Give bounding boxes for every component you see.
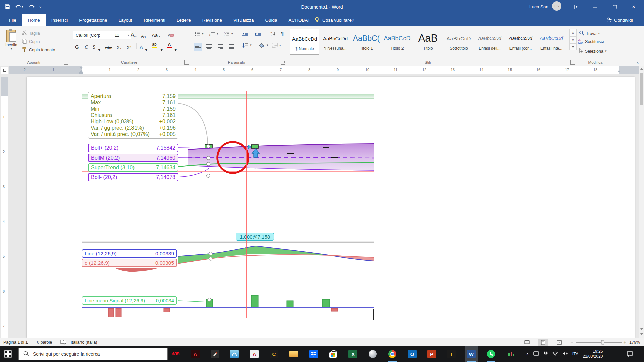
tab-revisione[interactable]: Revisione [197, 14, 228, 26]
avatar[interactable]: LS [552, 1, 561, 11]
font-color-button[interactable]: A [167, 42, 172, 49]
shading-button[interactable]: ▾ [259, 43, 268, 48]
taskbar-autocad-icon[interactable]: A [248, 346, 261, 362]
taskbar-archicad-icon[interactable] [228, 346, 241, 362]
clipboard-dialog-launcher-icon[interactable] [64, 60, 68, 65]
font-family-select[interactable]: Calibri (Corp˅ [73, 31, 115, 39]
taskbar-excel-icon[interactable]: X [346, 346, 360, 362]
subscript-button[interactable]: X₂ [117, 43, 121, 50]
font-color-dropdown[interactable]: ▾ [174, 45, 177, 52]
tell-me-box[interactable]: Cosa vuoi fare? [315, 14, 354, 26]
start-button[interactable] [4, 350, 12, 359]
taskbar-abb-icon[interactable]: ABB [169, 346, 182, 362]
styles-gallery-more[interactable]: ▾ [569, 43, 577, 50]
style-titolo-2[interactable]: AaBbCcD Titolo 2 [382, 29, 412, 55]
paste-button[interactable]: Incolla ▾ [3, 28, 20, 59]
tab-layout[interactable]: Layout [113, 14, 138, 26]
hidden-icons-chevron[interactable]: ∧ [526, 352, 529, 356]
taskbar-sphere-icon[interactable] [366, 346, 379, 362]
font-size-select[interactable]: 11˅ [112, 31, 131, 39]
underline-button[interactable]: S [93, 43, 95, 50]
bold-button[interactable]: G [75, 43, 79, 50]
show-paragraph-marks-button[interactable]: ¶ [281, 31, 284, 37]
select-button[interactable]: Seleziona▾ [579, 48, 606, 54]
dropbox-tray-icon[interactable] [543, 351, 548, 357]
taskbar-file-explorer-icon[interactable] [287, 346, 301, 362]
taskbar-ms-store-icon[interactable] [326, 346, 340, 362]
justify-button[interactable] [228, 43, 235, 51]
style-titolo[interactable]: AaB Titolo [413, 29, 443, 55]
bullets-button[interactable]: ▾ [195, 31, 204, 36]
taskbar-trading-app-icon[interactable] [504, 346, 518, 362]
clear-formatting-button[interactable]: A [168, 31, 174, 38]
taskbar-powerpoint-icon[interactable]: P [425, 346, 438, 362]
underline-dropdown[interactable]: ▾ [98, 45, 101, 52]
minimize-button[interactable] [587, 0, 603, 14]
sort-button[interactable]: AZ [270, 31, 276, 36]
styles-dialog-launcher-icon[interactable] [570, 60, 575, 65]
zoom-level[interactable]: 179% [629, 338, 640, 346]
print-layout-button[interactable] [538, 339, 548, 346]
zoom-out-button[interactable]: − [570, 338, 573, 346]
taskbar-pen-tool-icon[interactable] [208, 346, 222, 362]
text-effects-dropdown[interactable]: ▾ [145, 45, 148, 52]
tablet-mode-icon[interactable] [533, 351, 539, 357]
text-effects-button[interactable]: A [140, 43, 143, 50]
highlight-dropdown[interactable]: ▾ [160, 45, 163, 52]
right-indent-marker[interactable] [617, 70, 621, 72]
word-count[interactable]: 0 parole [37, 338, 52, 346]
replace-button[interactable]: ab↳ac Sostituisci [578, 39, 604, 44]
ribbon-display-options-icon[interactable] [569, 0, 584, 14]
save-icon[interactable] [5, 4, 10, 10]
zoom-in-button[interactable]: + [623, 338, 626, 346]
customize-quick-access-icon[interactable]: ▿ [40, 5, 42, 9]
style-enfasi-intensa[interactable]: AaBbCcDd Enfasi inte... [537, 29, 566, 55]
tab-visualizza[interactable]: Visualizza [228, 14, 260, 26]
redo-icon[interactable] [28, 4, 35, 9]
align-center-button[interactable] [205, 43, 213, 51]
paste-dropdown[interactable]: ▾ [3, 47, 20, 50]
tab-file[interactable]: File [3, 14, 22, 26]
line-spacing-button[interactable]: ▾ [242, 43, 252, 48]
style-titolo-1[interactable]: AaBbC( Titolo 1 [352, 29, 381, 55]
taskbar-search[interactable]: Scrivi qui per eseguire la ricerca [18, 348, 168, 360]
highlight-button[interactable]: ab [152, 42, 157, 49]
ruler-horizontal[interactable]: 21123456789101112131415161718 [9, 66, 639, 74]
web-layout-button[interactable] [554, 339, 564, 346]
undo-icon[interactable]: ▾ [15, 4, 23, 9]
numbering-button[interactable]: 12▾ [209, 31, 218, 36]
styles-scroll-up[interactable]: ∧ [569, 29, 577, 36]
read-mode-button[interactable] [522, 339, 532, 346]
share-button[interactable]: Condividi [606, 14, 633, 26]
change-case-button[interactable]: Aa▾ [152, 31, 160, 38]
vertical-scrollbar[interactable] [639, 66, 644, 338]
font-dialog-launcher-icon[interactable] [184, 60, 189, 65]
decrease-indent-button[interactable] [242, 31, 248, 36]
paragraph-dialog-launcher-icon[interactable] [281, 60, 285, 65]
volume-icon[interactable] [562, 351, 568, 357]
superscript-button[interactable]: X² [127, 43, 131, 50]
ruler-vertical[interactable]: 1234567 [0, 74, 9, 338]
copy-button[interactable]: Copia [22, 39, 40, 45]
zoom-slider[interactable] [576, 338, 622, 346]
taskbar-word-icon[interactable]: W [465, 346, 478, 362]
borders-button[interactable]: ▾ [272, 43, 281, 48]
find-button[interactable]: Trova▾ [579, 30, 600, 37]
taskbar-outlook-icon[interactable]: O [406, 346, 419, 362]
left-indent-marker[interactable] [79, 72, 83, 74]
taskbar-dropbox-icon[interactable] [307, 346, 320, 362]
style-enfasi-corsivo[interactable]: AaBbCcDd Enfasi (cor... [506, 29, 535, 55]
taskbar-t-app-icon[interactable]: T [445, 346, 458, 362]
tab-guida[interactable]: Guida [260, 14, 283, 26]
user-name[interactable]: Luca San [529, 0, 548, 14]
next-page-icon[interactable] [640, 333, 643, 335]
tab-inserisci[interactable]: Inserisci [46, 14, 74, 26]
format-painter-button[interactable]: Copia formato [22, 47, 55, 53]
cut-button[interactable]: Taglia [22, 30, 40, 36]
shrink-font-button[interactable]: A▼ [141, 31, 147, 39]
page-count[interactable]: Pagina 1 di 1 [3, 338, 28, 346]
style-sottotitolo[interactable]: AaBbCcD Sottotitolo [444, 29, 474, 55]
italic-button[interactable]: C [85, 43, 88, 50]
tab-progettazione[interactable]: Progettazione [73, 14, 113, 26]
strikethrough-button[interactable]: abc [105, 43, 112, 50]
